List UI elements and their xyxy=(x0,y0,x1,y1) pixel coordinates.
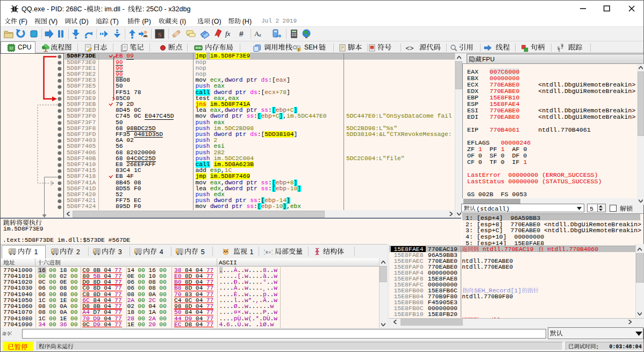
svg-text:<>: <> xyxy=(405,44,413,52)
svg-text:z: z xyxy=(259,32,261,38)
svg-text:[x=]: [x=] xyxy=(264,250,273,255)
svg-text:#: # xyxy=(239,30,244,38)
svg-text:S: S xyxy=(158,31,161,39)
svg-text:fx: fx xyxy=(225,30,231,38)
svg-text:32: 32 xyxy=(9,46,13,50)
